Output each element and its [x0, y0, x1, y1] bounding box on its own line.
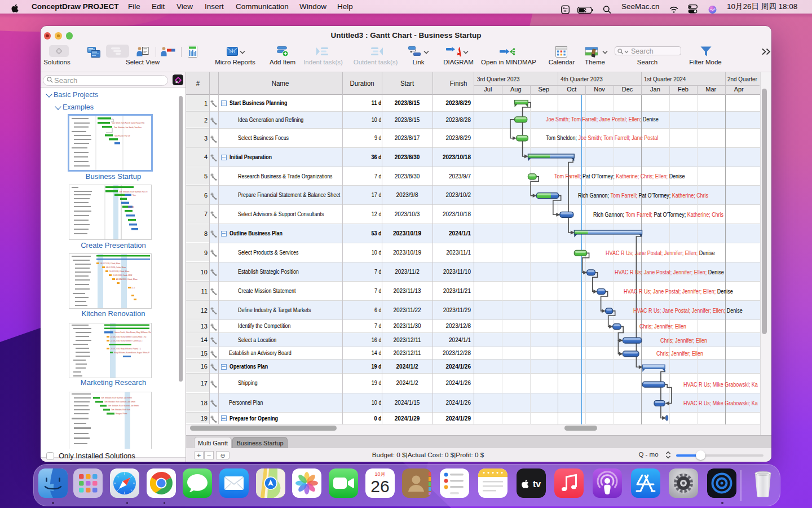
svg-text:HVAC R Us; Jane Postal; Jennif: HVAC R Us; Jane Postal; Jennifer; Ellen;…	[633, 307, 743, 314]
svg-text:Tom Farrell; Pat O'Tormey; Kat: Tom Farrell; Pat O'Tormey; Katherine; Ch…	[554, 173, 685, 179]
svg-text:Tom Sheldon; Rich Gannon; Pat: Tom Sheldon; Rich Gannon; Pat OT	[119, 191, 148, 193]
svg-text:Chris; Jennifer; Ellen: Chris; Jennifer; Ellen	[639, 323, 686, 330]
svg-text:Tom Sheldon; Joe Smith; Tom Fa: Tom Sheldon; Joe Smith; Tom Farrell; Jan…	[546, 134, 658, 141]
svg-text:HVAC R Us; Mike Grabowski; Ka: HVAC R Us; Mike Grabowski; Ka	[683, 400, 758, 406]
svg-text:Rich Gannon; Tom Farrell; Pat: Rich Gannon; Tom Farrell; Pat O'Tormey; …	[578, 192, 708, 199]
svg-text:HVAC R Us; Jane Postal; Jennif: HVAC R Us; Jane Postal; Jennifer; Ellen;…	[615, 269, 724, 275]
svg-text:Chris; Jennifer; Ellen: Chris; Jennifer; Ellen	[660, 337, 707, 344]
svg-text:10月: 10月	[374, 471, 385, 477]
svg-text:James Smith; John Brown; Mary: James Smith; John Brown; Mary Williams; …	[114, 331, 151, 334]
svg-text:11.01.2018; Caleb; MIW: 11.01.2018; Caleb; MIW	[113, 274, 132, 277]
svg-text:28.03.2016; Mary Williams; Pap: 28.03.2016; Mary Williams; Paper( 1 )	[111, 348, 141, 350]
svg-text:Tom Farrell; Pat OT: Tom Farrell; Pat OT	[114, 134, 130, 137]
svg-text:26: 26	[370, 477, 389, 496]
svg-text:Joe Smith; Tom Farrell; Jane P: Joe Smith; Tom Farrell; Jane Postal; Ell…	[546, 116, 659, 122]
svg-text:08.01.2018; Caleb; Miwa: 08.01.2018; Caleb; Miwa	[106, 266, 126, 269]
svg-text:Tom Sheldon; Rich Gannon; Joe: Tom Sheldon; Rich Gannon; Joe Smith	[104, 401, 135, 403]
svg-text:Tom Sheldon; Rich Gan: Tom Sheldon; Rich Gan	[111, 409, 130, 411]
svg-text:22.03.2016; Richard Miller; Do: 22.03.2016; Richard Miller; Donna Hall( …	[111, 336, 146, 338]
svg-text:11.0: 11.0	[131, 287, 135, 289]
svg-text:10.01.2018; Caleb; Miwa: 10.01.2018; Caleb; Miwa	[109, 270, 129, 273]
svg-text:AB Mld 2018; Caleb; Miwa: AB Mld 2018; Caleb; Miwa	[116, 278, 138, 281]
svg-text:Morgan; Palmi: Morgan; Palmi	[116, 413, 127, 415]
svg-text:Tom Sheldon; Joe Smith; Tom Fa: Tom Sheldon; Joe Smith; Tom Farr	[114, 126, 142, 128]
svg-text:HVAC R Us; Mike Grabowski; Ka: HVAC R Us; Mike Grabowski; Ka	[683, 381, 758, 388]
svg-text:Joe Smith; Tom Farrell; Jane P: Joe Smith; Tom Farrell; Jane Postal; Ell…	[112, 122, 145, 124]
svg-text:tv: tv	[533, 479, 541, 489]
svg-text:Tom Sh: Tom Sh	[128, 206, 134, 208]
svg-text:08.01.2018; Caleb; Miwa: 08.01.2018; Caleb; Miwa	[100, 262, 120, 265]
svg-text:22.03.2016; Richard Miller; Cl: 22.03.2016; Richard Miller; Clothes ( 1 …	[111, 340, 142, 342]
svg-text:Chris; Jennifer; Ellen: Chris; Jennifer; Ellen	[656, 350, 703, 357]
svg-text:HVAC R Us; Jane Postal; Jennif: HVAC R Us; Jane Postal; Jennifer; Ellen;…	[624, 288, 733, 295]
svg-text:Mary Williams; KarenMartin; Su: Mary Williams; KarenMartin; Sugar; White…	[114, 352, 149, 354]
svg-text:Tom Sheldon; Rich Gannon; Joe: Tom Sheldon; Rich Gannon; Joe Smith	[108, 405, 139, 407]
svg-text:Rich Gannon; Tom Farrell; Pat: Rich Gannon; Tom Farrell; Pat O'Tormey; …	[593, 211, 723, 218]
svg-text:HVAC R Us; Jane Postal; Jennif: HVAC R Us; Jane Postal; Jennifer; Ellen;…	[606, 249, 715, 256]
svg-text:Tom Sheldon; Rich Gannon; Joe: Tom Sheldon; Rich Gannon; Joe Smith	[101, 397, 132, 399]
svg-text:Tom: Tom	[133, 194, 136, 196]
